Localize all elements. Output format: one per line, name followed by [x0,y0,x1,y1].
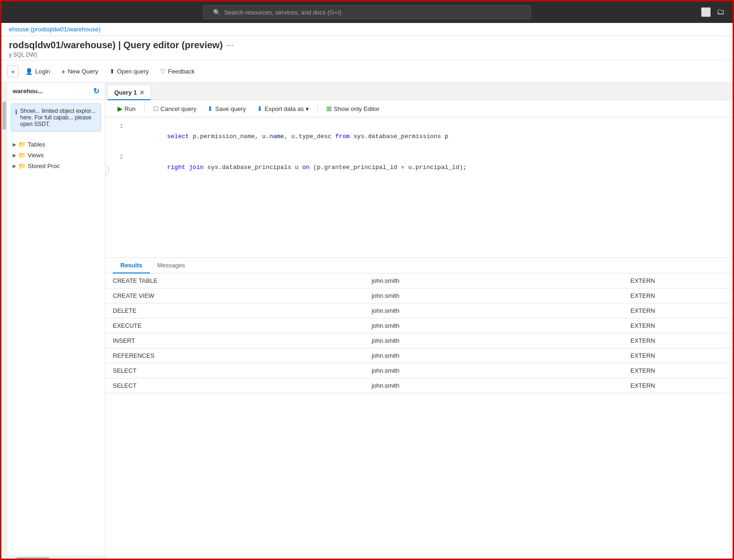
table-row: EXECUTEjohn.smithEXTERN [105,318,733,333]
login-button[interactable]: 👤 Login [21,65,55,78]
table-cell: EXECUTE [105,318,364,333]
export-icon: ⬇ [257,105,263,112]
info-text: Showi... limited object explor... here. … [20,108,97,127]
feedback-button[interactable]: ♡ Feedback [155,65,199,78]
line-number-1: 1 [109,121,123,132]
table-row: CREATE TABLEjohn.smithEXTERN [105,273,733,288]
table-cell: REFERENCES [105,348,364,363]
code-content-2: right join sys.database_principals u on … [131,152,467,183]
info-banner: ℹ Showi... limited object explor... here… [11,103,101,132]
expand-views-icon: ▶ [13,153,16,158]
table-cell: john.smith [364,303,623,318]
query-tab-1[interactable]: Query 1 ✕ [107,85,151,100]
table-cell: EXTERN [623,273,733,288]
run-button[interactable]: ▶ Run [113,103,140,114]
folder-icon-2: 📁 [18,152,26,159]
sidebar-title: warehou... [13,88,43,95]
more-options-icon[interactable]: ··· [227,40,234,50]
keyword-right-join: right join [167,164,204,171]
table-cell: EXTERN [623,333,733,348]
results-panel: Results Messages CREATE TABLEjohn.smithE… [105,258,733,560]
table-cell: INSERT [105,333,364,348]
feedback-label: Feedback [168,68,195,75]
run-label: Run [125,105,136,112]
table-cell: john.smith [364,363,623,378]
layout-icon[interactable]: 🗂 [717,7,725,17]
results-table: CREATE TABLEjohn.smithEXTERNCREATE VIEWj… [105,273,733,560]
editor-toolbar-divider-2 [317,104,318,113]
horizontal-scrollbar[interactable] [7,556,105,560]
show-only-editor-button[interactable]: ⊞ Show only Editor [322,103,384,114]
sidebar-tree: ▶ 📁 Tables ▶ 📁 Views ▶ 📁 Stored Proc [7,135,105,556]
keyword-select: select [167,133,189,140]
sidebar-item-views[interactable]: ▶ 📁 Views [9,150,103,161]
export-chevron-icon: ▾ [306,105,309,112]
table-cell: SELECT [105,363,364,378]
table-cell: CREATE VIEW [105,288,364,303]
table-row: DELETEjohn.smithEXTERN [105,303,733,318]
table-row: INSERTjohn.smithEXTERN [105,333,733,348]
page-subtitle: y SQL DW) [9,52,725,58]
open-query-button[interactable]: ⬆ Open query [105,65,154,78]
table-row: REFERENCESjohn.smithEXTERN [105,348,733,363]
export-data-button[interactable]: ⬇ Export data as ▾ [252,103,314,114]
table-cell: EXTERN [623,363,733,378]
query-tabs: Query 1 ✕ [105,83,733,100]
main-toolbar: « 👤 Login + New Query ⬆ Open query ♡ Fee… [1,60,733,83]
cancel-icon: ☐ [153,105,159,112]
sidebar-header: warehou... ↻ [7,83,105,100]
code-editor[interactable]: 1 select p.permission_name, u.name, u.ty… [105,118,733,258]
main-layout: warehou... ↻ ℹ Showi... limited object e… [1,83,733,560]
results-tab[interactable]: Results [113,258,150,273]
cancel-query-button[interactable]: ☐ Cancel query [148,103,201,114]
search-box[interactable]: 🔍 Search resources, services, and docs (… [203,5,531,19]
table-cell: DELETE [105,303,364,318]
messages-tab[interactable]: Messages [150,258,192,273]
query-tab-label: Query 1 [114,89,137,96]
tables-label: Tables [28,141,45,148]
horizontal-scroll-thumb [16,557,49,559]
save-query-button[interactable]: ⬇ Save query [203,103,250,114]
top-bar: 🔍 Search resources, services, and docs (… [1,1,733,23]
login-icon: 👤 [25,68,33,75]
table-cell: john.smith [364,318,623,333]
code-content-1: select p.permission_name, u.name, u.type… [131,121,448,152]
editor-toolbar-divider-1 [144,104,145,113]
stored-procs-label: Stored Proc [28,162,60,169]
grid-icon: ⊞ [326,105,332,112]
terminal-icon[interactable]: ⬜ [701,7,711,17]
sidebar-item-tables[interactable]: ▶ 📁 Tables [9,139,103,150]
run-icon: ▶ [117,105,123,112]
left-scroll-thumb [2,102,6,130]
show-editor-label: Show only Editor [334,105,380,112]
sidebar-item-stored-procs[interactable]: ▶ 📁 Stored Proc [9,161,103,171]
refresh-icon[interactable]: ↻ [93,87,99,96]
table-cell: john.smith [364,378,623,393]
tab-close-icon[interactable]: ✕ [139,89,144,96]
search-placeholder: Search resources, services, and docs (G+… [224,9,341,16]
results-tabs: Results Messages [105,258,733,273]
col-name-token: name [269,133,284,140]
sidebar: warehou... ↻ ℹ Showi... limited object e… [7,83,105,560]
login-label: Login [35,68,50,75]
table-cell: john.smith [364,348,623,363]
collapse-sidebar-button[interactable]: « [7,66,19,77]
code-line-1: 1 select p.permission_name, u.name, u.ty… [105,121,733,152]
table-cell: john.smith [364,273,623,288]
right-content: Query 1 ✕ ▶ Run ☐ Cancel query ⬇ Save qu… [105,83,733,560]
page-title: rodsqldw01/warehouse) | Query editor (pr… [9,40,223,51]
code-line-2: 2 right join sys.database_principals u o… [105,152,733,183]
table-cell: john.smith [364,288,623,303]
new-query-button[interactable]: + New Query [57,65,103,78]
top-bar-icons: ⬜ 🗂 [701,7,725,17]
table-cell: EXTERN [623,348,733,363]
open-query-label: Open query [117,68,149,75]
expand-procs-icon: ▶ [13,163,16,169]
cancel-label: Cancel query [161,105,197,112]
breadcrumb: ehouse (prodsqldw01/warehouse) [1,23,733,36]
folder-icon-3: 📁 [18,162,26,169]
breadcrumb-link[interactable]: ehouse (prodsqldw01/warehouse) [9,26,101,33]
save-icon: ⬇ [207,105,213,112]
left-scroll-bar[interactable] [1,83,7,560]
table-cell: EXTERN [623,303,733,318]
